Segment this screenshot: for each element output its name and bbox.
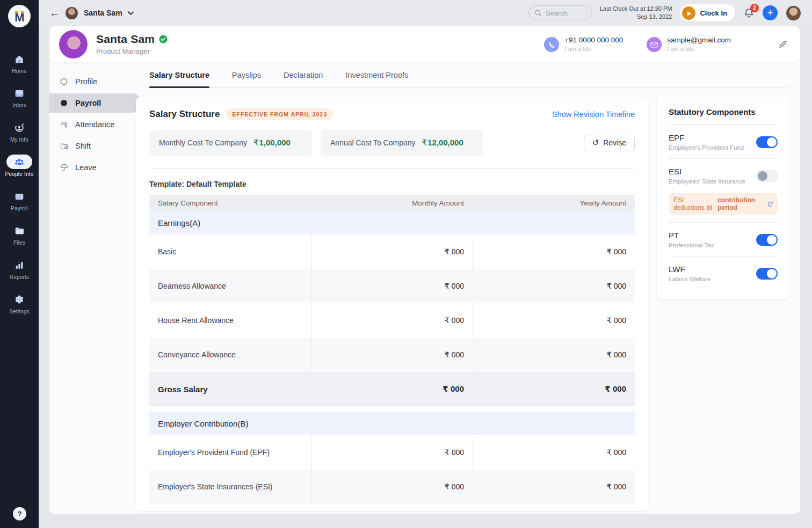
ctc-stats-row: Monthly Cost To Company ₹1,00,000 Annual… [149,130,635,156]
tab-salary-structure[interactable]: Salary Structure [149,62,209,87]
sidebar-item-files[interactable]: Files [0,217,39,252]
back-button[interactable]: ← [49,8,60,18]
settings-icon [6,292,32,306]
tab-payslips[interactable]: Payslips [232,62,261,87]
search-input[interactable] [546,9,584,17]
statutory-subtitle: Professional Tax [669,242,714,248]
inbox-icon [6,86,32,100]
table-header-row: Salary Component Monthly Amount Yearly A… [149,195,635,211]
component-label: Basic [149,234,311,269]
section-row-employer-contribution: Employer Contribution(B) [149,412,635,435]
last-clock-out-line2: Sep 13, 2022 [600,13,672,21]
salary-table: Salary Component Monthly Amount Yearly A… [149,195,635,504]
account-avatar[interactable] [786,5,801,21]
external-link-icon[interactable] [768,201,773,207]
monthly-ctc-box: Monthly Cost To Company ₹1,00,000 [149,130,312,156]
undo-icon: ↺ [592,138,599,148]
gross-salary-row: Gross Salary ₹ 000 ₹ 000 [149,372,635,406]
monthly-amount: ₹ 000 [445,282,464,290]
sidebar-item-people-info[interactable]: People Info [0,149,39,183]
edit-profile-button[interactable] [778,40,787,49]
statutory-item-lwf: LWF Labour Welfare [669,256,778,290]
tab-investment-proofs[interactable]: Investment Proofs [345,62,408,87]
annual-ctc-box: Annual Cost To Company ₹12,00,000 [321,130,483,156]
salary-structure-title: Salary Structure [149,109,220,120]
column-header: Yearly Amount [473,195,635,211]
add-button[interactable]: + [763,5,778,20]
component-label: House Rent Allowance [149,303,311,338]
sidebar-item-inbox[interactable]: Inbox [0,80,39,114]
topbar-user-name[interactable]: Santa Sam [84,9,122,17]
yearly-amount: ₹ 000 [607,482,626,491]
email-contact: sample@gmail.com I am a title [647,36,731,52]
component-label: Employer's Provident Fund (EPF) [149,435,311,470]
divider [149,168,635,169]
annual-ctc-label: Annual Cost To Company [330,138,416,147]
epf-toggle[interactable] [756,136,778,148]
employee-avatar [59,30,88,58]
help-button[interactable]: ? [13,507,26,520]
table-row: Employer's Provident Fund (EPF) ₹ 000 ₹ … [149,435,635,470]
component-label: Employer's State Insurances (ESI) [149,470,311,504]
subnav-label: Profile [75,77,97,86]
esi-deductions-notice: ESI deductions till contribution period [669,193,778,215]
app-root: M Home Inbox My Info [0,0,812,528]
chevron-down-icon[interactable] [128,11,134,15]
phone-number: +91 0000 000 000 [564,36,623,44]
esi-toggle[interactable] [756,170,778,182]
tab-declaration[interactable]: Declaration [284,62,323,87]
sidebar-item-my-info[interactable]: My Info [0,114,39,149]
cards-region: Salary Structure EFFECTIVE FROM APRIL 20… [49,88,800,514]
sidebar-item-home[interactable]: Home [0,46,39,80]
section-label: Earnings(A) [149,211,311,234]
employee-header: Santa Sam Product Manager +91 0000 000 0… [49,26,800,62]
sidebar-item-payroll[interactable]: Payroll [0,183,39,217]
clock-in-button[interactable]: ▶ Clock In [680,4,735,21]
topbar: ← Santa Sam Last Clock Out at 12:30 PM S… [39,0,812,26]
sidebar-label: Reports [10,274,29,280]
body-area: Profile Payroll Attendance [49,62,800,514]
component-label: Dearness Allowance [149,269,311,303]
yearly-amount: ₹ 000 [607,350,626,359]
table-row: House Rent Allowance ₹ 000 ₹ 000 [149,303,635,338]
statutory-title: Statutory Components [669,107,778,125]
statutory-components-card: Statutory Components EPF Employee's Prov… [657,97,789,299]
statutory-item-esi: ESI Employees' State Insurance [669,158,778,192]
table-row: Dearness Allowance ₹ 000 ₹ 000 [149,269,635,303]
annual-ctc-value: ₹12,00,000 [422,138,463,148]
revise-button[interactable]: ↺ Revise [584,135,635,151]
email-address: sample@gmail.com [667,36,731,44]
email-icon [647,37,662,52]
monthly-amount: ₹ 000 [443,384,464,394]
toggle-knob [758,171,767,181]
contact-info: +91 0000 000 000 I am a title sample@gma… [544,36,787,52]
yearly-amount: ₹ 000 [605,384,626,394]
monthly-amount: ₹ 000 [445,448,464,457]
sidebar-item-settings[interactable]: Settings [0,286,39,320]
pt-toggle[interactable] [756,234,778,246]
esi-notice-text: ESI deductions till [673,196,715,211]
component-label: Conveyance Allowance [149,338,311,372]
section-label: Employer Contribution(B) [149,412,311,435]
lwf-toggle[interactable] [756,268,778,280]
gross-salary-label: Gross Salary [149,372,311,406]
sidebar-item-reports[interactable]: Reports [0,252,39,286]
topbar-user-avatar[interactable] [65,6,78,20]
logo-letter: M [15,12,24,24]
logo-dot [15,11,18,13]
table-row: Employer's State Insurances (ESI) ₹ 000 … [149,470,635,504]
search-box[interactable] [528,5,592,20]
monthly-amount: ₹ 000 [445,482,464,491]
notification-badge: 2 [750,4,759,12]
show-revision-timeline-link[interactable]: Show Revision Timeline [552,110,635,119]
notifications-button[interactable]: 2 [743,8,755,19]
column-header: Salary Component [149,195,311,211]
statutory-code: PT [669,231,714,240]
section-row-earnings: Earnings(A) [149,211,635,234]
brand-logo[interactable]: M [8,5,31,27]
salary-structure-card: Salary Structure EFFECTIVE FROM APRIL 20… [136,97,648,511]
toggle-knob [767,269,777,278]
logo-dot [21,11,24,13]
monthly-ctc-amount: 1,00,000 [259,138,290,147]
rail-nav: Home Inbox My Info People Info [0,46,39,320]
